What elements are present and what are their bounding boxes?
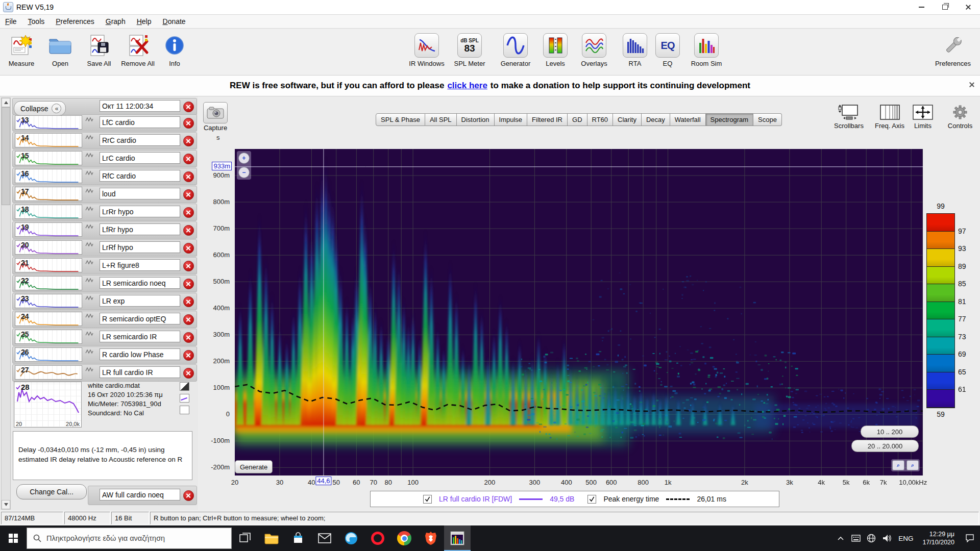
action-center-icon[interactable] <box>960 525 980 551</box>
measurement-name-field[interactable]: AW full cardio noeq <box>100 489 180 500</box>
measurement-row-26[interactable]: 26R cardio low Phase <box>12 346 197 364</box>
scrollbars-button[interactable]: Scrollbars <box>827 104 871 130</box>
mail-button[interactable] <box>311 525 338 551</box>
rta-button[interactable]: RTA <box>622 32 648 67</box>
range-button-20-20000[interactable]: 20 .. 20.000 <box>851 440 919 452</box>
freq-axis-button[interactable]: Freq. Axis <box>868 104 912 130</box>
mic-cal-icon[interactable] <box>180 382 189 391</box>
peak-energy-checkbox[interactable] <box>587 495 596 504</box>
delete-measurement-button[interactable] <box>183 296 194 307</box>
measurement-thumbnail[interactable]: 25 <box>15 330 82 344</box>
delete-measurement-button[interactable] <box>183 243 194 254</box>
measurement-thumbnail[interactable]: 24 <box>15 312 82 326</box>
delete-measurement-button[interactable] <box>183 490 194 501</box>
measurement-row-13[interactable]: 13LfC cardio <box>12 114 197 132</box>
measurement-name-field[interactable]: LR full cardio IR <box>100 366 180 378</box>
menu-tools[interactable]: Tools <box>28 17 45 26</box>
spectrogram-canvas[interactable] <box>235 149 923 475</box>
measurement-row-18[interactable]: 18LrRr hypo <box>12 204 197 221</box>
controls-button[interactable]: Controls <box>942 104 978 130</box>
measurement-name-field[interactable]: LrRf hypo <box>100 241 180 253</box>
delete-measurement-button[interactable] <box>183 118 194 129</box>
file-explorer-button[interactable] <box>258 525 285 551</box>
zoom-out-icon[interactable]: − <box>238 167 250 178</box>
tab-impulse[interactable]: Impulse <box>495 113 528 126</box>
maximize-button[interactable] <box>933 0 957 14</box>
levels-button[interactable]: Levels <box>537 32 574 67</box>
measurement-thumbnail[interactable]: 15 <box>15 151 82 165</box>
measurement-thumbnail[interactable]: 22 <box>15 276 82 290</box>
info-button[interactable]: Info <box>162 32 187 67</box>
measurement-thumbnail[interactable]: 20 <box>15 240 82 255</box>
remove-all-button[interactable]: Remove All <box>119 32 156 67</box>
measurement-name-field[interactable]: LfRr hypo <box>100 223 180 235</box>
measurement-name-field[interactable]: R cardio low Phase <box>100 348 180 360</box>
edge-button[interactable] <box>338 525 364 551</box>
store-button[interactable] <box>285 525 311 551</box>
measurement-name-field[interactable]: R semicardio optEQ <box>100 313 180 324</box>
save-all-button[interactable]: Save All <box>81 32 117 67</box>
measurement-name-field[interactable]: LR semicardio IR <box>100 331 180 342</box>
measurement-row-16[interactable]: 16RfC cardio <box>12 168 197 185</box>
measurement-name-field[interactable]: LR semicardio noeq <box>100 277 180 289</box>
tab-spl-phase[interactable]: SPL & Phase <box>376 113 425 126</box>
limits-button[interactable]: Limits <box>906 104 939 130</box>
measurement-name-field[interactable]: L+R figure8 <box>100 259 180 271</box>
measurement-row-21[interactable]: 21L+R figure8 <box>12 257 197 274</box>
measurement-row-15[interactable]: 15LrC cardio <box>12 150 197 167</box>
soundcard-cal-icon[interactable] <box>180 406 189 414</box>
delete-measurement-button[interactable] <box>183 279 194 289</box>
measurement-row-20[interactable]: 20LrRf hypo <box>12 239 197 257</box>
delete-measurement-button[interactable] <box>183 350 194 361</box>
delete-measurement-button[interactable] <box>183 171 194 182</box>
measurement-thumbnail[interactable]: 17 <box>15 187 82 201</box>
taskbar-search-input[interactable]: Πληκτρολογήστε εδώ για αναζήτηση <box>27 528 232 549</box>
ir-windows-button[interactable]: IR Windows <box>408 32 445 67</box>
measurement-thumbnail[interactable]: 18 <box>15 205 82 219</box>
start-button[interactable] <box>0 525 27 551</box>
scroll-up-button[interactable] <box>2 98 10 107</box>
network-icon[interactable] <box>864 525 879 551</box>
generator-button[interactable]: Generator <box>497 32 534 67</box>
delete-measurement-button[interactable] <box>183 102 194 112</box>
collapse-button[interactable]: Collapse « <box>14 101 66 116</box>
measurement-name-field[interactable]: LrC cardio <box>100 152 180 164</box>
capture-button[interactable] <box>203 102 228 123</box>
language-indicator[interactable]: ENG <box>894 535 917 542</box>
measurement-row-22[interactable]: 22LR semicardio noeq <box>12 275 197 292</box>
change-cal-button[interactable]: Change Cal... <box>16 484 87 499</box>
tab-all-spl[interactable]: All SPL <box>425 113 457 126</box>
tab-spectrogram[interactable]: Spectrogram <box>706 113 753 126</box>
banner-close-icon[interactable] <box>968 81 976 89</box>
measurement-row-23[interactable]: 23LR exp <box>12 293 197 310</box>
zoom-in-icon[interactable]: + <box>238 153 250 164</box>
spectrogram-plot[interactable]: + − Generate 10 .. 200 20 .. 20.000 ⌕ ⌕ <box>235 149 923 475</box>
tab-clarity[interactable]: Clarity <box>613 113 642 126</box>
spl-meter-button[interactable]: dB SPL 83 SPL Meter <box>451 32 488 67</box>
measurement-thumbnail[interactable]: 16 <box>15 169 82 183</box>
delete-measurement-button[interactable] <box>183 368 194 379</box>
open-button[interactable]: Open <box>42 32 79 67</box>
measurement-name-field[interactable]: RrC cardio <box>100 134 180 146</box>
zoom-x-icon[interactable]: ⌕ <box>892 460 904 470</box>
measurement-name-field[interactable]: LrRr hypo <box>100 206 180 217</box>
trace-checkbox[interactable] <box>423 495 432 504</box>
tab-decay[interactable]: Decay <box>642 113 670 126</box>
room-sim-button[interactable]: Room Sim <box>688 32 725 67</box>
measurement-name-field[interactable]: LR exp <box>100 295 180 307</box>
brave-button[interactable] <box>418 525 444 551</box>
measurement-thumbnail[interactable]: 19 <box>15 222 82 237</box>
close-button[interactable] <box>957 0 980 14</box>
measurement-name-field[interactable]: loud <box>100 188 180 199</box>
delete-measurement-button[interactable] <box>183 207 194 218</box>
menu-graph[interactable]: Graph <box>106 17 126 26</box>
opera-button[interactable] <box>364 525 391 551</box>
volume-icon[interactable] <box>879 525 894 551</box>
touch-keyboard-icon[interactable] <box>848 525 864 551</box>
measurement-row-14[interactable]: 14RrC cardio <box>12 132 197 149</box>
tab-filtered-ir[interactable]: Filtered IR <box>527 113 568 126</box>
preferences-button[interactable]: Preferences <box>930 32 976 67</box>
delete-measurement-button[interactable] <box>183 154 194 164</box>
tab-gd[interactable]: GD <box>568 113 587 126</box>
minimize-button[interactable] <box>910 0 933 14</box>
